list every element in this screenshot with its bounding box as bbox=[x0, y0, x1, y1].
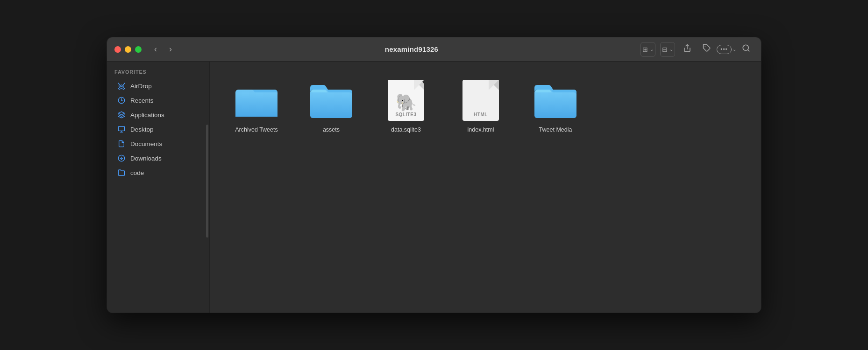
search-icon bbox=[742, 44, 750, 55]
html-document: HTML bbox=[462, 80, 499, 121]
window-body: Favorites AirDrop bbox=[107, 62, 761, 313]
svg-point-4 bbox=[121, 85, 122, 87]
nav-buttons: ‹ › bbox=[149, 43, 177, 56]
title-bar: ‹ › nexamind91326 ⊞ ⌄ ⊟ ⌄ bbox=[107, 37, 761, 62]
more-chevron-icon: ⌄ bbox=[733, 47, 736, 52]
sqlite3-type-label: SQLITE3 bbox=[395, 112, 416, 117]
file-item-assets[interactable]: assets bbox=[303, 76, 359, 137]
finder-window: ‹ › nexamind91326 ⊞ ⌄ ⊟ ⌄ bbox=[107, 37, 761, 313]
assets-icon bbox=[310, 79, 352, 121]
minimize-button[interactable] bbox=[125, 46, 131, 53]
recents-label: Recents bbox=[130, 97, 154, 104]
archived-tweets-label: Archived Tweets bbox=[235, 126, 277, 133]
file-item-archived-tweets[interactable]: Archived Tweets bbox=[228, 76, 285, 137]
sidebar-item-code[interactable]: code bbox=[110, 166, 206, 180]
html-icon: HTML bbox=[460, 79, 502, 121]
file-item-index-html[interactable]: HTML index.html bbox=[453, 76, 509, 137]
svg-rect-17 bbox=[534, 92, 576, 118]
file-item-tweet-media[interactable]: Tweet Media bbox=[527, 76, 583, 137]
html-type-label: HTML bbox=[474, 112, 488, 117]
sidebar-item-airdrop[interactable]: AirDrop bbox=[110, 79, 206, 93]
sidebar-item-applications[interactable]: Applications bbox=[110, 108, 206, 122]
view-chevron-icon: ⌄ bbox=[650, 47, 654, 52]
tag-button[interactable] bbox=[699, 42, 714, 57]
applications-label: Applications bbox=[130, 112, 164, 119]
file-grid: Archived Tweets bbox=[228, 76, 742, 137]
svg-line-3 bbox=[747, 49, 749, 51]
traffic-lights bbox=[114, 46, 142, 53]
desktop-icon bbox=[117, 125, 126, 133]
share-button[interactable] bbox=[680, 42, 695, 57]
forward-button[interactable]: › bbox=[164, 43, 177, 56]
back-button[interactable]: ‹ bbox=[149, 43, 162, 56]
main-content: Archived Tweets bbox=[210, 62, 761, 313]
sidebar-item-downloads[interactable]: Downloads bbox=[110, 151, 206, 165]
sidebar: Favorites AirDrop bbox=[107, 62, 210, 313]
airdrop-icon bbox=[117, 82, 126, 90]
assets-label: assets bbox=[323, 126, 340, 133]
desktop-label: Desktop bbox=[130, 126, 154, 133]
ellipsis-icon: ••• bbox=[717, 45, 732, 54]
favorites-label: Favorites bbox=[107, 69, 209, 78]
svg-rect-6 bbox=[118, 126, 124, 131]
search-button[interactable] bbox=[739, 42, 754, 57]
tweet-media-label: Tweet Media bbox=[539, 126, 572, 133]
sqlite3-document: 🐘 SQLITE3 bbox=[388, 80, 424, 121]
sidebar-item-recents[interactable]: Recents bbox=[110, 93, 206, 107]
sqlite3-icon: 🐘 SQLITE3 bbox=[385, 79, 427, 121]
svg-rect-15 bbox=[310, 92, 352, 118]
view-grid-icon: ⊞ bbox=[642, 46, 648, 53]
sidebar-item-documents[interactable]: Documents bbox=[110, 137, 206, 151]
view-toggle-button[interactable]: ⊞ ⌄ bbox=[640, 42, 655, 57]
code-folder-icon bbox=[117, 168, 126, 177]
svg-rect-13 bbox=[235, 92, 277, 117]
file-item-data-sqlite3[interactable]: 🐘 SQLITE3 data.sqlite3 bbox=[378, 76, 434, 137]
sidebar-item-desktop[interactable]: Desktop bbox=[110, 122, 206, 136]
sidebar-scrollbar[interactable] bbox=[206, 125, 208, 238]
group-button[interactable]: ⊟ ⌄ bbox=[660, 42, 675, 57]
recents-icon bbox=[117, 96, 126, 105]
archived-tweets-icon bbox=[235, 79, 277, 121]
window-title: nexamind91326 bbox=[183, 45, 640, 53]
applications-icon bbox=[117, 111, 126, 119]
downloads-label: Downloads bbox=[130, 155, 162, 162]
sqlite3-label: data.sqlite3 bbox=[391, 126, 421, 133]
maximize-button[interactable] bbox=[135, 46, 142, 53]
share-icon bbox=[683, 44, 691, 55]
more-button[interactable]: ••• ⌄ bbox=[719, 42, 734, 57]
close-button[interactable] bbox=[114, 46, 121, 53]
documents-label: Documents bbox=[130, 140, 162, 147]
group-chevron-icon: ⌄ bbox=[669, 47, 673, 52]
airdrop-label: AirDrop bbox=[130, 83, 152, 90]
tweet-media-icon bbox=[534, 79, 576, 121]
toolbar-actions: ⊞ ⌄ ⊟ ⌄ bbox=[640, 42, 754, 57]
elephant-icon: 🐘 bbox=[396, 94, 417, 111]
group-icon: ⊟ bbox=[662, 46, 668, 53]
html-label: index.html bbox=[468, 126, 494, 133]
downloads-icon bbox=[117, 154, 126, 162]
code-label: code bbox=[130, 169, 144, 176]
tag-icon bbox=[703, 44, 711, 55]
documents-icon bbox=[117, 140, 126, 148]
